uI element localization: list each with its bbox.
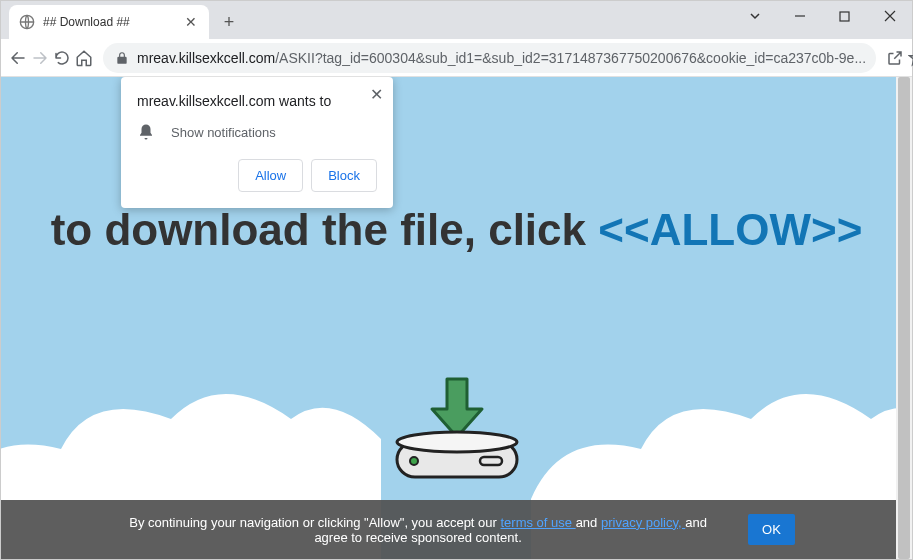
close-button[interactable]: [867, 1, 912, 31]
globe-icon: [19, 14, 35, 30]
notification-permission-popup: ✕ mreav.killsexkcell.com wants to Show n…: [121, 77, 393, 208]
url-text: mreav.killsexkcell.com/ASKII?tag_id=6003…: [137, 50, 866, 66]
cookie-consent-bar: By continuing your navigation or clickin…: [1, 500, 912, 559]
permission-row: Show notifications: [137, 123, 377, 141]
scrollbar-thumb[interactable]: [898, 77, 910, 559]
headline: to download the file, click <<ALLOW>>: [1, 205, 912, 255]
bell-icon: [137, 123, 155, 141]
viewport: to download the file, click <<ALLOW>>: [1, 77, 912, 559]
tab-title: ## Download ##: [43, 15, 183, 29]
toolbar: mreav.killsexkcell.com/ASKII?tag_id=6003…: [1, 39, 912, 77]
maximize-button[interactable]: [822, 1, 867, 31]
svg-rect-2: [840, 12, 849, 21]
svg-point-10: [410, 457, 418, 465]
lock-icon[interactable]: [113, 49, 131, 67]
browser-tab[interactable]: ## Download ## ✕: [9, 5, 209, 39]
cookie-text: By continuing your navigation or clickin…: [118, 515, 718, 545]
privacy-link[interactable]: privacy policy,: [601, 515, 685, 530]
permission-label: Show notifications: [171, 125, 276, 140]
back-button[interactable]: [9, 44, 27, 72]
address-bar[interactable]: mreav.killsexkcell.com/ASKII?tag_id=6003…: [103, 43, 876, 73]
bookmark-star-icon[interactable]: [908, 44, 913, 72]
new-tab-button[interactable]: +: [215, 8, 243, 36]
window-controls: [732, 1, 912, 31]
popup-actions: Allow Block: [137, 159, 377, 192]
svg-point-9: [397, 432, 517, 452]
share-icon[interactable]: [886, 44, 904, 72]
home-button[interactable]: [75, 44, 93, 72]
cookie-ok-button[interactable]: OK: [748, 514, 795, 545]
terms-link[interactable]: terms of use: [501, 515, 576, 530]
headline-text: to download the file, click: [51, 205, 599, 254]
window-dropdown-icon[interactable]: [732, 1, 777, 31]
scrollbar[interactable]: [896, 77, 912, 559]
tab-close-icon[interactable]: ✕: [183, 14, 199, 30]
titlebar: ## Download ## ✕ +: [1, 1, 912, 39]
popup-close-icon[interactable]: ✕: [370, 85, 383, 104]
download-drive-icon: [392, 377, 522, 487]
browser-window: ## Download ## ✕ +: [0, 0, 913, 560]
popup-title: mreav.killsexkcell.com wants to: [137, 93, 377, 109]
reload-button[interactable]: [53, 44, 71, 72]
block-button[interactable]: Block: [311, 159, 377, 192]
allow-button[interactable]: Allow: [238, 159, 303, 192]
forward-button[interactable]: [31, 44, 49, 72]
minimize-button[interactable]: [777, 1, 822, 31]
headline-emphasis: <<ALLOW>>: [598, 205, 862, 254]
